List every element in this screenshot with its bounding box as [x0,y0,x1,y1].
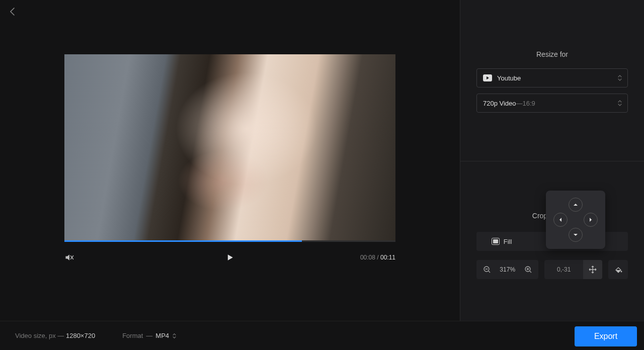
video-size-info: Video size, px — 1280×720 [15,332,95,339]
time-separator: / [377,254,380,261]
move-button[interactable] [583,260,602,279]
format-value: MP4 [155,332,169,339]
chevrons-icon [617,100,622,107]
preset-main: 720p Video [483,100,516,107]
pad-group [608,260,628,279]
fill-icon [492,238,500,245]
crop-section: Crop options Fill 317% 0,-31 [460,161,644,279]
progress-fill [64,240,302,242]
back-button[interactable] [9,7,19,17]
zoom-in-button[interactable] [518,260,538,279]
video-preview[interactable] [64,54,395,240]
resize-title: Resize for [460,50,644,58]
format-sep: — [146,332,152,339]
zoom-out-button[interactable] [476,260,497,279]
dpad-right-button[interactable] [584,213,598,227]
format-select[interactable]: Format — MP4 [122,332,177,339]
dpad-popover [546,191,605,249]
bottom-bar: Video size, px — 1280×720 Format — MP4 E… [0,321,644,350]
platform-label: Youtube [497,74,521,82]
zoom-value[interactable]: 317% [497,260,518,279]
zoom-group: 317% [476,260,538,279]
platform-select[interactable]: Youtube [476,68,628,88]
preset-select[interactable]: 720p Video — 16:9 [476,94,628,113]
svg-rect-4 [493,239,498,243]
export-label: Export [594,332,617,341]
format-label: Format [122,332,143,339]
video-size-label: Video size, px [15,332,56,339]
video-size-sep: — [56,332,66,339]
play-button[interactable] [225,252,235,262]
chevrons-icon [617,74,622,81]
crop-mode-fill[interactable]: Fill [476,232,527,251]
fill-label: Fill [504,238,512,245]
position-value[interactable]: 0,-31 [544,260,583,279]
progress-track[interactable] [64,240,395,242]
position-group: 0,-31 [544,260,602,279]
video-size-value: 1280×720 [66,332,95,339]
svg-line-9 [530,271,531,273]
preset-sep: — [516,100,523,107]
side-panel: Resize for Youtube 720p Video — 16:9 Cro… [460,0,644,321]
preset-ratio: 16:9 [523,100,535,107]
current-time: 00:08 [360,254,375,261]
mute-button[interactable] [64,252,74,262]
dpad-up-button[interactable] [569,198,583,212]
video-frame [64,54,395,240]
svg-point-12 [620,271,622,273]
export-button[interactable]: Export [575,326,637,346]
chevrons-icon [172,333,177,339]
padding-color-button[interactable] [608,260,628,279]
dpad-left-button[interactable] [553,213,568,227]
time-display: 00:08 / 00:11 [360,254,395,261]
dpad-down-button[interactable] [569,228,583,242]
total-time: 00:11 [380,254,395,261]
svg-line-6 [489,271,490,273]
youtube-icon [483,74,492,81]
